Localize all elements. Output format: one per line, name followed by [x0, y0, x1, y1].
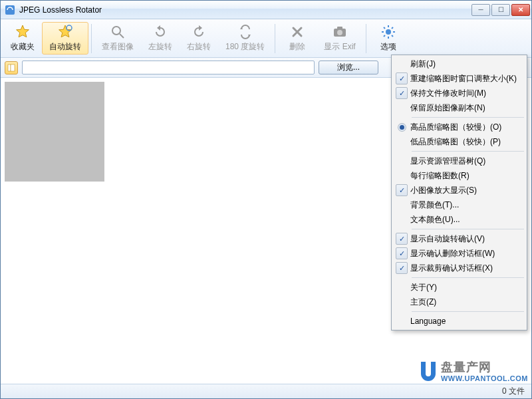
- showexif-button[interactable]: 显示 Exif: [317, 22, 362, 55]
- menu-show-tree[interactable]: 显示资源管理器树(Q): [393, 154, 525, 168]
- menu-refresh[interactable]: 刷新(J): [393, 57, 525, 71]
- rotateleft-button[interactable]: 左旋转: [141, 22, 180, 55]
- toolbar-separator: [275, 24, 275, 53]
- star-icon: [15, 24, 31, 40]
- toolbar-label: 左旋转: [148, 41, 172, 53]
- gear-icon: [380, 24, 396, 40]
- toolbar-label: 右旋转: [187, 41, 211, 53]
- rotate-left-icon: [152, 24, 168, 40]
- rotate-180-icon: [237, 24, 253, 40]
- menu-hq-thumb[interactable]: 高品质缩略图（较慢）(O): [393, 120, 525, 134]
- watermark-main: 盘量产网: [441, 361, 528, 374]
- statusbar: 0 文件: [1, 384, 531, 398]
- close-button[interactable]: ✕: [511, 4, 530, 16]
- svg-rect-8: [8, 65, 11, 71]
- rotate-right-icon: [191, 24, 207, 40]
- toolbar: 收藏夹 自动旋转 查看图像 左旋转 右旋转 180 度旋转 删除: [1, 19, 531, 58]
- menu-confirm-delete[interactable]: ✓显示确认删除对话框(W): [393, 246, 525, 261]
- watermark-url: WWW.UPANTOOL.COM: [441, 374, 528, 382]
- check-icon: ✓: [396, 72, 408, 84]
- toolbar-label: 选项: [380, 41, 396, 53]
- check-icon: ✓: [396, 184, 408, 196]
- options-menu: 刷新(J) ✓重建缩略图时窗口调整大小(K) ✓保持文件修改时间(M) 保留原始…: [391, 55, 527, 331]
- menu-language[interactable]: Language: [393, 314, 525, 329]
- check-icon: ✓: [396, 87, 408, 99]
- window-controls: ─ ☐ ✕: [471, 4, 530, 16]
- watermark-text: 盘量产网 WWW.UPANTOOL.COM: [441, 361, 528, 382]
- delete-button[interactable]: 删除: [278, 22, 317, 55]
- svg-point-5: [337, 30, 342, 35]
- menu-confirm-autorotate[interactable]: ✓显示自动旋转确认(V): [393, 231, 525, 246]
- watermark-logo-icon: [418, 360, 438, 383]
- menu-separator: [412, 277, 524, 278]
- toolbar-label: 自动旋转: [49, 41, 81, 53]
- maximize-button[interactable]: ☐: [491, 4, 510, 16]
- autorotate-button[interactable]: 自动旋转: [42, 22, 88, 55]
- menu-separator: [412, 311, 524, 312]
- menu-lq-thumb[interactable]: 低品质缩略图（较快）(P): [393, 134, 525, 149]
- check-icon: ✓: [396, 262, 408, 274]
- path-input[interactable]: [22, 61, 315, 74]
- radio-icon: [400, 125, 404, 130]
- browse-button[interactable]: 浏览...: [319, 61, 378, 74]
- menu-homepage[interactable]: 主页(Z): [393, 295, 525, 309]
- toolbar-label: 收藏夹: [11, 41, 35, 53]
- svg-point-2: [112, 27, 120, 35]
- menu-confirm-crop[interactable]: ✓显示裁剪确认对话框(X): [393, 261, 525, 275]
- watermark: 盘量产网 WWW.UPANTOOL.COM: [418, 360, 528, 383]
- autorotate-icon: [57, 24, 73, 40]
- menu-text-color[interactable]: 文本颜色(U)...: [393, 212, 525, 227]
- menu-resize-rebuild[interactable]: ✓重建缩略图时窗口调整大小(K): [393, 71, 525, 86]
- menu-separator: [412, 151, 524, 152]
- minimize-button[interactable]: ─: [471, 4, 490, 16]
- svg-rect-0: [5, 5, 15, 15]
- app-icon: [5, 5, 15, 15]
- favorites-button[interactable]: 收藏夹: [3, 22, 42, 55]
- tree-toggle-button[interactable]: [5, 61, 18, 74]
- thumbnail-placeholder[interactable]: [5, 82, 104, 182]
- svg-rect-9: [11, 65, 15, 71]
- rotateright-button[interactable]: 右旋转: [180, 22, 218, 55]
- rotate180-button[interactable]: 180 度旋转: [218, 22, 272, 55]
- menu-keep-mtime[interactable]: ✓保持文件修改时间(M): [393, 86, 525, 100]
- svg-point-7: [386, 29, 391, 35]
- menu-thumbs-per-row[interactable]: 每行缩略图数(R): [393, 168, 525, 183]
- menu-enlarge-small[interactable]: ✓小图像放大显示(S): [393, 183, 525, 198]
- options-button[interactable]: 选项: [369, 22, 408, 55]
- magnifier-icon: [110, 24, 126, 40]
- delete-icon: [289, 24, 305, 40]
- check-icon: ✓: [396, 233, 408, 245]
- check-icon: ✓: [396, 247, 408, 259]
- menu-bg-color[interactable]: 背景颜色(T)...: [393, 198, 525, 212]
- titlebar: JPEG Lossless Rotator ─ ☐ ✕: [1, 1, 531, 19]
- menu-about[interactable]: 关于(Y): [393, 280, 525, 295]
- viewimage-button[interactable]: 查看图像: [94, 22, 141, 55]
- thumbnail-area: [1, 78, 108, 384]
- menu-separator: [412, 117, 524, 118]
- menu-keep-original[interactable]: 保留原始图像副本(N): [393, 100, 525, 115]
- toolbar-separator: [366, 24, 366, 53]
- toolbar-label: 180 度旋转: [225, 41, 265, 53]
- svg-rect-6: [337, 27, 342, 29]
- menu-separator: [412, 229, 524, 229]
- toolbar-label: 删除: [289, 41, 305, 53]
- toolbar-label: 显示 Exif: [324, 41, 355, 53]
- status-filecount: 0 文件: [502, 386, 525, 397]
- svg-line-3: [120, 34, 124, 38]
- toolbar-separator: [91, 24, 92, 53]
- camera-icon: [332, 24, 348, 40]
- window-title: JPEG Lossless Rotator: [19, 5, 471, 15]
- toolbar-label: 查看图像: [102, 41, 134, 53]
